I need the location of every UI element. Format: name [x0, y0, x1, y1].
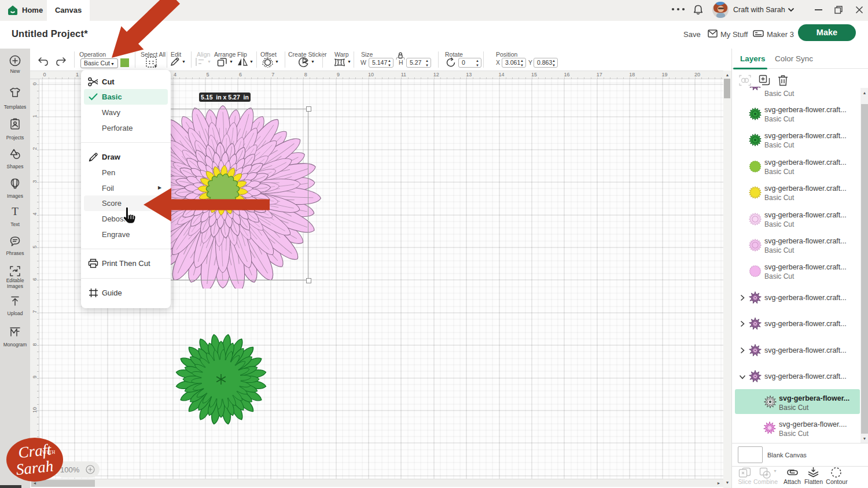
svg-text:T: T: [12, 206, 19, 217]
